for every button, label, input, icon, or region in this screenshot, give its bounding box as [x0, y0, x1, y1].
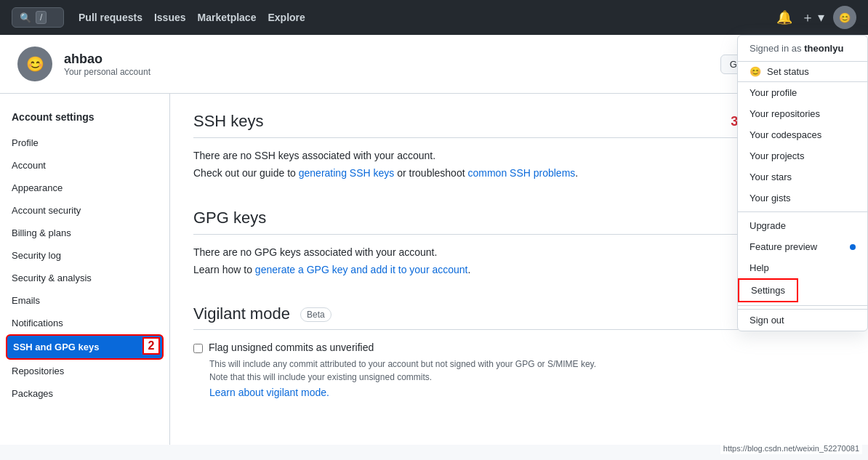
user-name: ahbao — [64, 52, 150, 67]
dropdown-signed-in-header: Signed in as theonlyu — [738, 36, 867, 62]
sidebar-item-account-security[interactable]: Account security — [0, 199, 169, 222]
sidebar-heading: Account settings — [0, 105, 169, 129]
sidebar-item-security-analysis[interactable]: Security & analysis — [0, 267, 169, 289]
nav-marketplace[interactable]: Marketplace — [198, 12, 257, 23]
flag-unsigned-label[interactable]: Flag unsigned commits as unverified — [209, 342, 374, 353]
dropdown-your-profile[interactable]: Your profile — [738, 82, 867, 103]
user-subtitle: Your personal account — [64, 67, 150, 77]
nav-explore[interactable]: Explore — [268, 12, 305, 23]
search-box[interactable]: 🔍 / — [12, 7, 64, 28]
dropdown-feature-preview[interactable]: Feature preview — [738, 236, 867, 257]
sidebar-item-repositories[interactable]: Repositories — [0, 360, 169, 382]
set-status-label: Set status — [767, 66, 809, 77]
sidebar: Account settings Profile Account Appeara… — [0, 94, 170, 445]
notifications-icon[interactable]: 🔔 — [776, 9, 792, 25]
dropdown-nav-group1: Your profile Your repositories Your code… — [738, 82, 867, 209]
gpg-keys-title: GPG keys — [193, 209, 266, 227]
sidebar-item-appearance[interactable]: Appearance — [0, 177, 169, 199]
callout-2: 2 — [142, 337, 160, 355]
feature-preview-label: Feature preview — [750, 241, 817, 252]
vigilant-desc2: Note that this will include your existin… — [209, 372, 845, 382]
sidebar-item-billing-plans[interactable]: Billing & plans — [0, 222, 169, 244]
sidebar-item-emails[interactable]: Emails — [0, 289, 169, 312]
dropdown-username: theonlyu — [804, 43, 843, 54]
sidebar-item-notifications[interactable]: Notifications — [0, 312, 169, 334]
sidebar-item-ssh-gpg-keys[interactable]: SSH and GPG keys — [6, 334, 164, 360]
dropdown-your-repositories[interactable]: Your repositories — [738, 103, 867, 124]
avatar[interactable]: 😊 — [833, 6, 856, 29]
beta-badge: Beta — [300, 307, 331, 322]
generating-ssh-keys-link[interactable]: generating SSH keys — [299, 167, 395, 179]
dropdown-help[interactable]: Help — [738, 257, 867, 278]
user-dropdown-menu: Signed in as theonlyu 😊 Set status Your … — [737, 35, 868, 331]
sidebar-item-packages[interactable]: Packages — [0, 382, 169, 405]
search-icon: 🔍 — [20, 12, 31, 23]
learn-vigilant-mode-link[interactable]: Learn about vigilant mode. — [209, 387, 329, 398]
dropdown-divider1 — [738, 211, 867, 212]
emoji-icon: 😊 — [750, 66, 761, 77]
vigilant-desc1: This will include any commit attributed … — [209, 359, 845, 369]
dropdown-your-stars[interactable]: Your stars — [738, 166, 867, 187]
dropdown-your-codespaces[interactable]: Your codespaces — [738, 124, 867, 145]
plus-icon[interactable]: ＋ ▾ — [801, 9, 824, 26]
flag-unsigned-checkbox[interactable] — [193, 344, 203, 353]
dropdown-upgrade[interactable]: Upgrade — [738, 215, 867, 236]
dropdown-settings[interactable]: Settings — [738, 278, 798, 302]
user-info: ahbao Your personal account — [64, 52, 150, 77]
nav-right: 🔔 ＋ ▾ 😊 — [776, 6, 856, 29]
avatar-icon: 😊 — [26, 55, 44, 73]
dropdown-your-projects[interactable]: Your projects — [738, 145, 867, 166]
sidebar-item-account[interactable]: Account — [0, 154, 169, 177]
user-avatar: 😊 — [17, 47, 52, 81]
nav-issues[interactable]: Issues — [154, 12, 186, 23]
sidebar-item-security-log[interactable]: Security log — [0, 244, 169, 267]
set-status-item[interactable]: 😊 Set status — [738, 62, 867, 82]
common-ssh-problems-link[interactable]: common SSH problems — [467, 167, 575, 179]
dropdown-sign-out[interactable]: Sign out — [738, 309, 867, 331]
dropdown-your-gists[interactable]: Your gists — [738, 187, 867, 209]
top-nav: 🔍 / Pull requests Issues Marketplace Exp… — [0, 0, 868, 35]
nav-pull-requests[interactable]: Pull requests — [79, 12, 142, 23]
slash-shortcut: / — [36, 11, 47, 24]
dropdown-divider2 — [738, 305, 867, 306]
flag-unsigned-row: Flag unsigned commits as unverified — [193, 342, 845, 353]
sidebar-item-profile[interactable]: Profile — [0, 132, 169, 154]
nav-links: Pull requests Issues Marketplace Explore — [79, 12, 305, 23]
feature-preview-dot — [850, 244, 856, 250]
watermark: https://blog.csdn.net/weixin_52270081 — [720, 443, 862, 445]
vigilant-mode-title: Vigilant mode Beta — [193, 304, 331, 323]
ssh-keys-title: SSH keys — [193, 112, 264, 131]
generate-gpg-key-link[interactable]: generate a GPG key and add it to your ac… — [255, 264, 468, 275]
